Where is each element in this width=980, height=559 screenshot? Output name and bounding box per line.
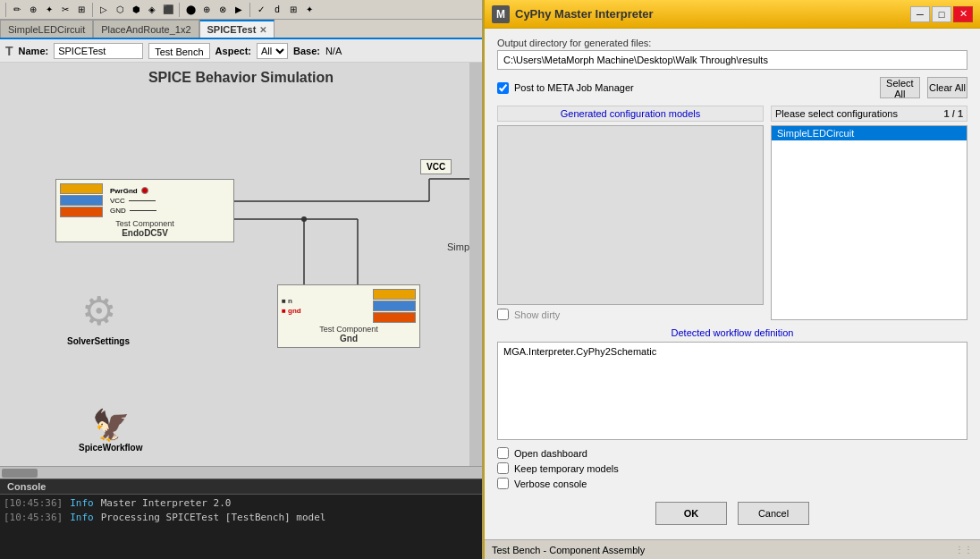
dialog-title-left: M CyPhy Master Interpreter (492, 5, 654, 23)
aspect-select[interactable]: All (257, 43, 288, 59)
solver-label: SolverSettings (67, 336, 130, 346)
gnd-sublabel: Test Component (319, 325, 378, 334)
gnd-icon (373, 289, 416, 323)
config-count: 1 / 1 (944, 108, 963, 119)
console-panel: Console [10:45:36] Info Master Interpret… (0, 479, 482, 559)
tab-place-and-route[interactable]: PlaceAndRoute_1x2 (93, 20, 199, 38)
toolbar-icon-16[interactable]: d (270, 3, 284, 17)
tabs-bar: SimpleLEDCircuit PlaceAndRoute_1x2 SPICE… (0, 20, 482, 39)
open-dashboard-checkbox[interactable] (497, 447, 509, 459)
toolbar-separator (5, 3, 6, 17)
simp-label: Simp (447, 241, 469, 252)
dialog-title-buttons: ─ □ ✕ (910, 6, 973, 22)
please-select-header: Please select configurations 1 / 1 (771, 106, 967, 122)
toolbar-icon-14[interactable]: ▶ (232, 3, 246, 17)
toolbar-icon-8[interactable]: ⬢ (129, 3, 143, 17)
wire-canvas (0, 63, 482, 466)
toolbar-icon-10[interactable]: ⬛ (161, 3, 175, 17)
cancel-button[interactable]: Cancel (738, 502, 809, 525)
dialog-logo: M (492, 5, 510, 23)
component-gnd: ■ n ■ gnd Test Component Gnd (277, 284, 420, 348)
open-dashboard-label: Open dashboard (514, 448, 587, 459)
tab-spice-test[interactable]: SPICETest ✕ (199, 20, 275, 38)
toolbar-icon-1[interactable]: ✏ (10, 3, 24, 17)
spice-icon: 🦅 (92, 407, 130, 443)
dialog-title-text: CyPhy Master Interpreter (515, 7, 654, 21)
clear-all-button[interactable]: Clear All (927, 77, 967, 98)
pin-gnd-dot: ■ gnd (282, 307, 301, 315)
verbose-checkbox[interactable] (497, 478, 509, 489)
config-item-simple-led[interactable]: SimpleLEDCircuit (772, 126, 967, 140)
post-meta-row: Post to META Job Manager Select All Clea… (497, 77, 967, 98)
toolbar-icon-18[interactable]: ✦ (302, 3, 317, 17)
console-time-2: [10:45:36] (4, 511, 63, 525)
post-meta-label: Post to META Job Manager (514, 82, 634, 93)
ok-button[interactable]: OK (655, 502, 727, 525)
name-label: Name: (19, 46, 49, 56)
pin-vcc: VCC (110, 197, 125, 205)
tab-label-place-and-route: PlaceAndRoute_1x2 (101, 24, 190, 35)
console-level-2: Info (70, 511, 94, 525)
tab-label-spice-test: SPICETest (207, 24, 257, 35)
toolbar-icon-5[interactable]: ⊞ (74, 3, 89, 17)
toolbar-icon-7[interactable]: ⬡ (113, 3, 127, 17)
toolbar-icon-3[interactable]: ✦ (42, 3, 56, 17)
select-all-button[interactable]: Select All (880, 77, 920, 98)
horizontal-scrollbar[interactable] (0, 466, 482, 479)
show-dirty-label: Show dirty (514, 309, 560, 320)
console-line-1: [10:45:36] Info Master Interpreter 2.0 (4, 496, 478, 511)
config-right-panel: Please select configurations 1 / 1 Simpl… (771, 106, 967, 320)
toolbar-icon-12[interactable]: ⊕ (199, 3, 214, 17)
select-clear-buttons: Select All Clear All (880, 77, 967, 98)
workflow-section: Detected workflow definition MGA.Interpr… (497, 327, 967, 440)
dialog-titlebar: M CyPhy Master Interpreter ─ □ ✕ (485, 0, 980, 29)
toolbar-icon-9[interactable]: ◈ (145, 3, 159, 17)
toolbar-icon-15[interactable]: ✓ (254, 3, 268, 17)
console-body: [10:45:36] Info Master Interpreter 2.0 [… (0, 495, 482, 559)
config-listbox-right[interactable]: SimpleLEDCircuit (771, 125, 967, 320)
base-value: N/A (325, 46, 342, 56)
tab-label-simple-led: SimpleLEDCircuit (8, 24, 85, 35)
verbose-row: Verbose console (497, 478, 967, 489)
tab-close-spice-test[interactable]: ✕ (259, 25, 266, 35)
toolbar-icon-17[interactable]: ⊞ (286, 3, 300, 17)
workflow-box: MGA.Interpreter.CyPhy2Schematic (497, 342, 967, 440)
bottom-buttons: OK Cancel (497, 496, 967, 530)
props-icon: T (5, 44, 13, 58)
output-dir-input[interactable] (497, 50, 967, 70)
console-msg-1: Master Interpreter 2.0 (101, 496, 232, 511)
toolbar-icon-2[interactable]: ⊕ (26, 3, 40, 17)
component-solver: ⚙ SolverSettings (67, 284, 130, 346)
endodc-pins: PwrGnd VCC GND (110, 187, 230, 215)
toolbar-icon-6[interactable]: ▷ (97, 3, 111, 17)
canvas-area: SPICE Behavior Simulation VCC (0, 63, 482, 466)
name-input[interactable] (54, 43, 143, 59)
pin-n: ■ n (282, 297, 292, 305)
scroll-thumb[interactable] (2, 469, 38, 478)
generated-configs-listbox[interactable] (497, 125, 764, 305)
tab-simple-led[interactable]: SimpleLEDCircuit (0, 20, 93, 38)
close-button[interactable]: ✕ (953, 6, 973, 22)
keep-temp-checkbox[interactable] (497, 462, 509, 474)
resize-grip[interactable]: ⋮⋮ (955, 545, 973, 555)
toolbar-icon-11[interactable]: ⬤ (183, 3, 198, 17)
vcc-label: VCC (420, 159, 452, 174)
toolbar-icon-4[interactable]: ✂ (58, 3, 72, 17)
pin-gnd: GND (110, 207, 126, 215)
console-msg-2: Processing SPICETest [TestBench] model (101, 511, 326, 525)
toolbar-icon-13[interactable]: ⊗ (215, 3, 230, 17)
canvas-title: SPICE Behavior Simulation (0, 70, 482, 86)
minimize-button[interactable]: ─ (910, 6, 930, 22)
properties-bar: T Name: Test Bench Aspect: All Base: N/A (0, 39, 482, 63)
post-meta-checkbox[interactable] (497, 82, 509, 94)
open-dashboard-row: Open dashboard (497, 447, 967, 459)
keep-temp-label: Keep temporary models (514, 463, 619, 474)
component-spice: 🦅 SpiceWorkflow (79, 407, 143, 453)
maximize-button[interactable]: □ (932, 6, 951, 22)
base-label: Base: (293, 46, 320, 56)
output-dir-label: Output directory for generated files: (497, 38, 967, 48)
generated-configs-header: Generated configuration models (497, 106, 764, 122)
post-meta-checkbox-row: Post to META Job Manager (497, 82, 634, 94)
show-dirty-checkbox[interactable] (497, 309, 509, 320)
vertical-scrollbar[interactable] (469, 63, 482, 466)
